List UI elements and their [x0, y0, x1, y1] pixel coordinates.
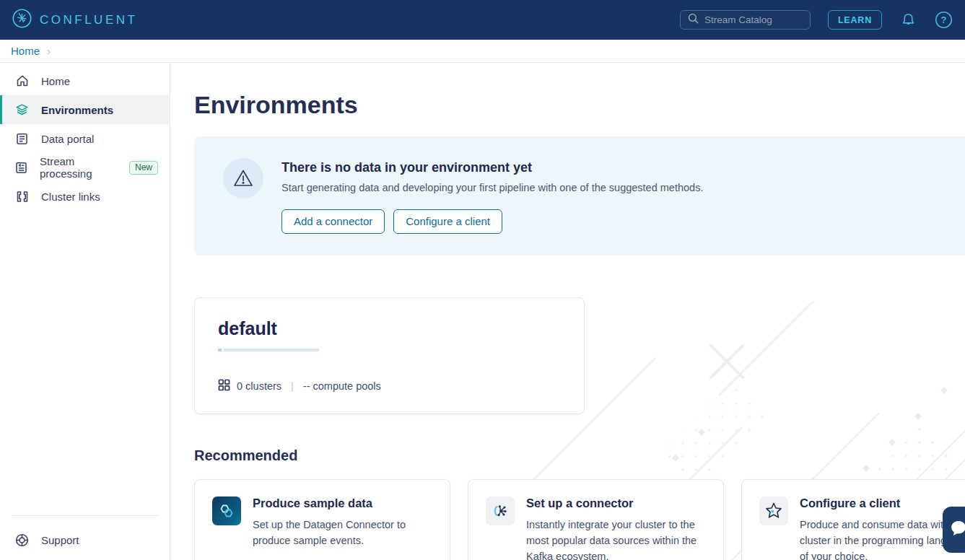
card-description: Produce and consume data with your clust…	[800, 517, 965, 560]
environment-card-default[interactable]: default 0 clusters	[194, 297, 585, 414]
meta-separator: |	[291, 380, 294, 392]
new-badge: New	[129, 161, 158, 175]
learn-button[interactable]: LEARN	[828, 10, 882, 30]
sidebar-item-label: Data portal	[41, 133, 94, 145]
connector-icon	[486, 496, 515, 525]
brand-name: CONFLUENT	[40, 13, 137, 27]
add-connector-button[interactable]: Add a connector	[281, 209, 385, 234]
sidebar-item-home[interactable]: Home	[0, 66, 170, 95]
clusters-grid-icon	[218, 379, 230, 393]
data-portal-document-icon	[15, 132, 29, 146]
sidebar-item-label: Environments	[41, 104, 113, 116]
clusters-count: 0 clusters	[237, 380, 281, 392]
page-title: Environments	[194, 91, 965, 119]
confluent-app: CONFLUENT LEARN	[0, 0, 965, 560]
recommended-title: Recommended	[194, 447, 965, 464]
breadcrumb: Home ›	[0, 40, 965, 63]
sidebar-item-cluster-links[interactable]: Cluster links	[0, 182, 170, 211]
sidebar-item-environments[interactable]: Environments	[0, 95, 170, 124]
confluent-logo-icon	[12, 9, 32, 31]
notifications-bell-icon[interactable]	[899, 11, 917, 29]
sidebar-spacer	[0, 211, 170, 515]
configure-client-button[interactable]: Configure a client	[393, 209, 502, 234]
cluster-links-icon	[15, 190, 29, 204]
compute-pools-count: -- compute pools	[303, 380, 381, 392]
banner-actions: Add a connector Configure a client	[281, 209, 703, 234]
warning-icon	[223, 158, 263, 198]
card-set-up-connector[interactable]: Set up a connector Instantly integrate y…	[468, 479, 724, 560]
card-body: Set up a connector Instantly integrate y…	[526, 496, 706, 560]
chat-bubble-icon	[949, 519, 965, 541]
card-produce-sample-data[interactable]: Produce sample data Set up the Datagen C…	[194, 479, 450, 560]
home-icon	[15, 74, 29, 88]
environment-meta: 0 clusters | -- compute pools	[218, 379, 561, 393]
environment-loading-bar	[218, 349, 561, 351]
main-content: Environments There is no data in your en…	[170, 63, 965, 560]
card-title: Set up a connector	[526, 496, 706, 510]
card-title: Configure a client	[800, 496, 965, 510]
sidebar-item-support[interactable]: Support	[0, 525, 170, 554]
navbar-right-group: LEARN ?	[680, 10, 953, 30]
sidebar-divider	[12, 515, 158, 516]
banner-title: There is no data in your environment yet	[281, 160, 703, 175]
stream-catalog-search[interactable]	[680, 10, 811, 30]
no-data-banner: There is no data in your environment yet…	[194, 136, 965, 255]
sidebar-item-label: Home	[41, 75, 70, 87]
datagen-icon	[212, 496, 241, 525]
chat-widget-button[interactable]	[943, 507, 965, 553]
top-navbar: CONFLUENT LEARN	[0, 0, 965, 40]
card-body: Configure a client Produce and consume d…	[800, 496, 965, 560]
confluent-logo[interactable]: CONFLUENT	[12, 9, 137, 31]
stream-processing-icon	[15, 161, 27, 175]
sidebar-item-stream-processing[interactable]: Stream processing New	[0, 153, 170, 182]
environments-layers-icon	[15, 103, 29, 117]
search-input[interactable]	[704, 14, 803, 25]
banner-body: There is no data in your environment yet…	[281, 158, 703, 234]
recommended-cards: Produce sample data Set up the Datagen C…	[194, 479, 965, 560]
card-configure-client[interactable]: Configure a client Produce and consume d…	[741, 479, 965, 560]
sidebar-item-label: Cluster links	[41, 191, 100, 203]
sidebar: Home Environments	[0, 63, 170, 560]
sidebar-item-data-portal[interactable]: Data portal	[0, 124, 170, 153]
star-icon	[759, 496, 788, 525]
card-description: Set up the Datagen Connector to produce …	[253, 517, 432, 548]
banner-description: Start generating data and developing you…	[281, 182, 703, 193]
support-lifebuoy-icon	[15, 533, 29, 547]
search-icon	[688, 13, 699, 27]
environment-name: default	[218, 318, 561, 339]
chevron-right-icon: ›	[47, 45, 51, 57]
card-body: Produce sample data Set up the Datagen C…	[253, 496, 432, 548]
help-icon[interactable]: ?	[935, 11, 953, 29]
card-description: Instantly integrate your cluster to the …	[526, 517, 706, 560]
breadcrumb-home-link[interactable]: Home	[11, 45, 40, 57]
card-title: Produce sample data	[253, 496, 432, 510]
svg-text:?: ?	[941, 14, 947, 25]
sidebar-item-label: Support	[41, 534, 79, 546]
sidebar-item-label: Stream processing	[40, 155, 117, 180]
